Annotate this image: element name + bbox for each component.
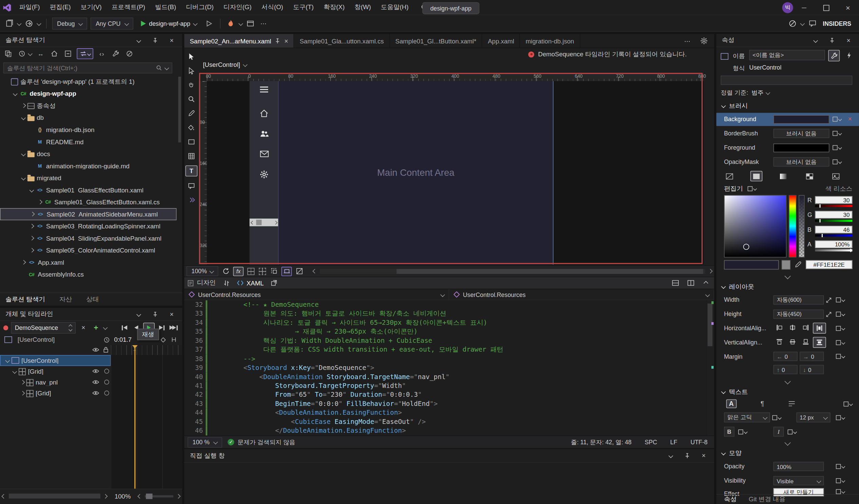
- go-to-start-icon[interactable]: [119, 323, 130, 332]
- property-row-visibility[interactable]: Visibility Visible: [717, 474, 859, 488]
- code-line-43[interactable]: 43 BeginTime="0:0:0" FillBehavior="HoldE…: [184, 399, 707, 408]
- scroll-right-icon[interactable]: [103, 494, 108, 499]
- document-tab-3[interactable]: App.xaml: [482, 34, 520, 47]
- tab-properties[interactable]: 속성: [724, 495, 737, 503]
- tree-item-11[interactable]: <>Sample02_AnimatedSidebarMenu.xaml: [0, 208, 177, 220]
- alpha-slider[interactable]: [799, 195, 805, 258]
- menu-item-2[interactable]: 보기(V): [76, 0, 107, 15]
- timeline-item-1[interactable]: [Grid]: [0, 366, 111, 377]
- encoding[interactable]: UTF-8: [690, 439, 707, 445]
- tile-brush-icon[interactable]: [804, 171, 815, 181]
- mail-icon[interactable]: [260, 151, 269, 157]
- property-row-opacitymask[interactable]: OpacityMask 브러시 없음: [717, 155, 859, 169]
- popout-icon[interactable]: [269, 278, 279, 288]
- tree-item-5[interactable]: MREADME.md: [0, 136, 177, 148]
- immediate-window-body[interactable]: [184, 462, 714, 504]
- switch-views-icon[interactable]: ↔: [36, 49, 45, 59]
- settings-gear-icon[interactable]: [699, 36, 709, 46]
- tab-brush-editor[interactable]: 편집기: [724, 184, 743, 193]
- code-line-39[interactable]: 39 <Storyboard x:Key="DemoSequence">: [184, 363, 707, 372]
- collapse-all-icon[interactable]: [63, 49, 73, 59]
- opacity-dot-icon[interactable]: [104, 391, 109, 396]
- compare-documents-icon[interactable]: [3, 49, 13, 59]
- tab-xaml[interactable]: XAML: [237, 280, 264, 286]
- resource-picker-icon[interactable]: [836, 340, 845, 345]
- pin-icon[interactable]: [682, 451, 692, 461]
- start-debugging-button[interactable]: design-wpf-app: [136, 18, 201, 29]
- toolbar-overflow-icon[interactable]: ⋯: [259, 18, 269, 28]
- properties-wrench-icon[interactable]: [111, 49, 120, 59]
- resource-picker-icon[interactable]: [836, 326, 845, 331]
- navigate-icon[interactable]: [24, 18, 34, 28]
- timeline-item-0[interactable]: [UserControl]: [0, 355, 111, 366]
- tree-item-10[interactable]: C#Sample01_GlassEffectButton.xaml.cs: [0, 196, 177, 209]
- size-lock-icon[interactable]: [824, 309, 833, 319]
- property-search-input[interactable]: [721, 76, 853, 85]
- snaplines-toggle[interactable]: [281, 266, 292, 276]
- window-position-icon[interactable]: [666, 451, 676, 461]
- color-indicator[interactable]: [743, 244, 749, 250]
- window-position-icon[interactable]: [811, 35, 820, 45]
- zoom-tool-icon[interactable]: [186, 94, 197, 104]
- timeline-item-3[interactable]: [Grid]: [0, 388, 111, 399]
- hue-slider[interactable]: [789, 195, 797, 258]
- close-icon[interactable]: ×: [167, 35, 177, 45]
- home-icon[interactable]: [49, 49, 59, 59]
- tree-item-4[interactable]: {}migration-db.json: [0, 124, 177, 136]
- document-tab-0[interactable]: Sample02_An...arMenu.xaml×: [184, 34, 294, 47]
- menu-item-11[interactable]: 도움말(H): [376, 0, 414, 15]
- null-brush-icon[interactable]: [724, 171, 735, 181]
- resource-picker-icon[interactable]: [844, 401, 853, 406]
- paragraph-tab-icon[interactable]: ¶: [760, 400, 764, 408]
- width-input[interactable]: 자동(600): [773, 295, 824, 304]
- maximize-button[interactable]: [815, 0, 837, 15]
- code-line-36[interactable]: 36 핵심 기법: Width DoubleAnimation + CubicE…: [184, 336, 707, 346]
- section-header-text[interactable]: 텍스트: [717, 387, 859, 397]
- tab-states[interactable]: 상태: [86, 295, 99, 303]
- tab-assets[interactable]: 자산: [59, 295, 72, 303]
- artboard-background-icon[interactable]: [295, 267, 303, 275]
- spacing-tab-icon[interactable]: [788, 401, 796, 407]
- code-line-35[interactable]: 35 → 재클릭 → 230→65px 축소(아이콘만): [184, 327, 707, 336]
- selection-tool-icon[interactable]: [186, 51, 197, 61]
- tab-color-resources[interactable]: 색 리소스: [825, 184, 853, 193]
- section-header-appearance[interactable]: 모양: [717, 448, 859, 458]
- close-icon[interactable]: ×: [699, 451, 709, 461]
- playhead-time[interactable]: 0:01.7: [114, 336, 132, 343]
- nav-member-dropdown[interactable]: UserControl.Resources: [449, 289, 714, 300]
- eye-icon[interactable]: [92, 369, 100, 374]
- feedback-icon[interactable]: [808, 18, 817, 28]
- layout-grid-tool-icon[interactable]: [186, 151, 197, 161]
- code-line-42[interactable]: 42 From="65" To="230" Duration="0:0:0.3": [184, 390, 707, 399]
- gear-icon[interactable]: [260, 170, 268, 179]
- g-input[interactable]: 30: [815, 211, 853, 218]
- code-line-45[interactable]: 45 <CubicEase EasingMode="EaseOut" />: [184, 417, 707, 426]
- code-line-46[interactable]: 46 </DoubleAnimation.EasingFunction>: [184, 426, 707, 436]
- tree-item-12[interactable]: <>Sample03_RotatingLoadingSpinner.xaml: [0, 220, 177, 232]
- storyboard-select[interactable]: DemoSequence: [11, 322, 76, 333]
- zoom-in-icon[interactable]: [176, 494, 181, 499]
- valign-bottom-icon[interactable]: [800, 337, 812, 347]
- solid-brush-icon[interactable]: [750, 171, 763, 182]
- show-all-files-icon[interactable]: [124, 49, 134, 59]
- rectangle-tool-icon[interactable]: [186, 137, 197, 147]
- caret-position[interactable]: 줄: 11, 문자: 42, 열: 48: [571, 438, 632, 446]
- font-size-select[interactable]: 12 px: [797, 412, 830, 422]
- tree-item-7[interactable]: Manimation-migration-guide.md: [0, 160, 177, 172]
- resource-picker-icon[interactable]: [832, 145, 841, 150]
- arrange-by-select[interactable]: 범주: [751, 89, 769, 97]
- property-row-borderbrush[interactable]: BorderBrush 브러시 없음: [717, 127, 859, 140]
- code-line-34[interactable]: 34 시나리오: 토글 클릭 → 사이드바 65→230px 확장(아이콘+텍스…: [184, 318, 707, 327]
- new-window-icon[interactable]: [4, 18, 14, 28]
- assets-expand-icon[interactable]: [186, 195, 197, 205]
- pan-tool-icon[interactable]: [186, 80, 197, 90]
- menu-item-8[interactable]: 도구(T): [288, 0, 319, 15]
- resource-picker-icon[interactable]: [738, 429, 747, 434]
- document-tab-1[interactable]: Sample01_Gla...utton.xaml.cs: [294, 34, 390, 47]
- slider-thumb[interactable]: [256, 219, 262, 225]
- frame-navigation-icon[interactable]: [246, 18, 256, 28]
- editor-zoom-select[interactable]: 100 %: [188, 437, 222, 447]
- timeline-scrollbar[interactable]: [9, 493, 101, 499]
- opacity-dot-icon[interactable]: [104, 380, 109, 385]
- menu-item-10[interactable]: 창(W): [350, 0, 376, 15]
